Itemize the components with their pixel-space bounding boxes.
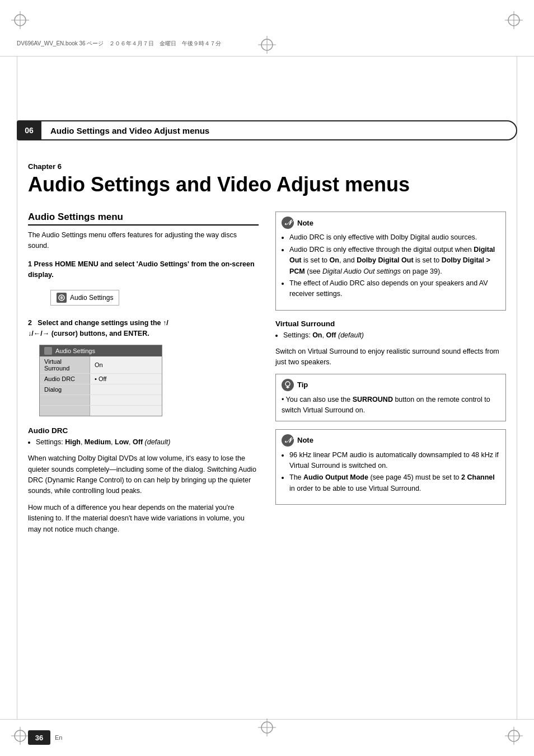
top-center-reg xyxy=(257,35,277,57)
menu-row-empty2 xyxy=(40,406,162,416)
note2-label: Note xyxy=(297,436,313,444)
svg-point-13 xyxy=(285,382,290,386)
chapter-label: Chapter 6 xyxy=(28,162,506,171)
note2-header: 𝒩 Note xyxy=(282,434,500,447)
note1-box: 𝒩 Note Audio DRC is only effective with … xyxy=(275,212,506,310)
corner-reg-tl xyxy=(10,10,30,30)
menu-screenshot: Audio Settings Virtual Surround On Audio… xyxy=(39,345,162,416)
chapter-title-bar: Audio Settings and Video Adjust menus xyxy=(41,120,517,140)
menu-label-dialog: Dialog xyxy=(40,384,90,395)
note1-label: Note xyxy=(297,219,313,227)
tip1-label: Tip xyxy=(297,381,308,389)
chapter-header: 06 Audio Settings and Video Adjust menus xyxy=(17,120,517,140)
note2-box: 𝒩 Note 96 kHz linear PCM audio is automa… xyxy=(275,429,506,505)
page-footer: 36 En xyxy=(28,730,62,745)
menu-value-dialog xyxy=(90,384,162,395)
menu-row-empty1 xyxy=(40,395,162,406)
audio-drc-heading: Audio DRC xyxy=(28,426,259,435)
menu-row-virtual-surround: Virtual Surround On xyxy=(40,356,162,374)
chapter-header-title: Audio Settings and Video Adjust menus xyxy=(50,126,209,135)
menu-row-dialog: Dialog xyxy=(40,384,162,395)
menu-title-label: Audio Settings xyxy=(55,348,95,354)
page-number: 36 xyxy=(28,730,50,745)
note1-icon: 𝒩 xyxy=(282,217,294,229)
note1-bullet1: Audio DRC is only effective with Dolby D… xyxy=(289,232,500,243)
left-column: Audio Settings menu The Audio Settings m… xyxy=(28,212,259,541)
tip1-text: • You can also use the SURROUND button o… xyxy=(282,395,500,416)
step1-text: 1 Press HOME MENU and select 'Audio Sett… xyxy=(28,259,259,280)
note1-header: 𝒩 Note xyxy=(282,217,500,229)
step2-text: 2 Select and change settings using the ↑… xyxy=(28,318,259,339)
menu-value-audio-drc: • Off xyxy=(90,374,162,384)
audio-drc-body2: How much of a difference you hear depend… xyxy=(28,503,259,535)
tip1-icon xyxy=(282,379,294,391)
note2-icon: 𝒩 xyxy=(282,434,294,447)
page-lang: En xyxy=(55,734,62,741)
right-rule xyxy=(517,56,517,720)
tip1-box: Tip • You can also use the SURROUND butt… xyxy=(275,374,506,421)
menu-title-bar: Audio Settings xyxy=(40,345,162,356)
left-rule xyxy=(17,56,17,720)
chapter-number: 06 xyxy=(17,120,41,140)
note1-bullet3: The effect of Audio DRC also depends on … xyxy=(289,278,500,300)
menu-title-icon xyxy=(44,347,52,355)
audio-settings-box-label: Audio Settings xyxy=(70,294,113,302)
audio-settings-heading: Audio Settings menu xyxy=(28,212,259,226)
virtual-surround-settings: Settings: On, Off (default) xyxy=(283,330,506,341)
main-content: Chapter 6 Audio Settings and Video Adjus… xyxy=(28,162,506,711)
menu-row-audio-drc: Audio DRC • Off xyxy=(40,374,162,384)
right-column: 𝒩 Note Audio DRC is only effective with … xyxy=(275,212,506,541)
corner-reg-bl xyxy=(10,726,30,746)
chapter-main-title: Audio Settings and Video Adjust menus xyxy=(28,173,506,196)
menu-label-audio-drc: Audio DRC xyxy=(40,374,90,384)
note1-bullet2: Audio DRC is only effective through the … xyxy=(289,245,500,277)
virtual-surround-body: Switch on Virtual Surround to enjoy real… xyxy=(275,346,506,368)
corner-reg-br xyxy=(504,726,524,746)
menu-label-virtual-surround: Virtual Surround xyxy=(40,356,90,373)
tip1-header: Tip xyxy=(282,379,500,391)
audio-settings-icon xyxy=(57,293,67,303)
file-info-text: DV696AV_WV_EN.book 36 ページ ２０６年４月７日 金曜日 午… xyxy=(17,40,221,48)
virtual-surround-settings-item: Settings: On, Off (default) xyxy=(283,330,506,341)
virtual-surround-heading: Virtual Surround xyxy=(275,320,506,328)
bottom-center-reg xyxy=(257,717,277,739)
note1-bullets: Audio DRC is only effective with Dolby D… xyxy=(289,232,500,299)
two-columns: Audio Settings menu The Audio Settings m… xyxy=(28,212,506,541)
note2-bullets: 96 kHz linear PCM audio is automatically… xyxy=(289,450,500,495)
audio-drc-settings-item: Settings: High, Medium, Low, Off (defaul… xyxy=(36,437,259,448)
corner-reg-tr xyxy=(504,10,524,30)
menu-value-virtual-surround: On xyxy=(90,356,162,373)
audio-drc-body1: When watching Dolby Digital DVDs at low … xyxy=(28,453,259,497)
audio-settings-intro: The Audio Settings menu offers features … xyxy=(28,230,259,251)
note2-bullet2: The Audio Output Mode (see page 45) must… xyxy=(289,472,500,494)
audio-settings-box: Audio Settings xyxy=(50,290,119,306)
note2-bullet1: 96 kHz linear PCM audio is automatically… xyxy=(289,450,500,472)
audio-drc-settings: Settings: High, Medium, Low, Off (defaul… xyxy=(36,437,259,448)
